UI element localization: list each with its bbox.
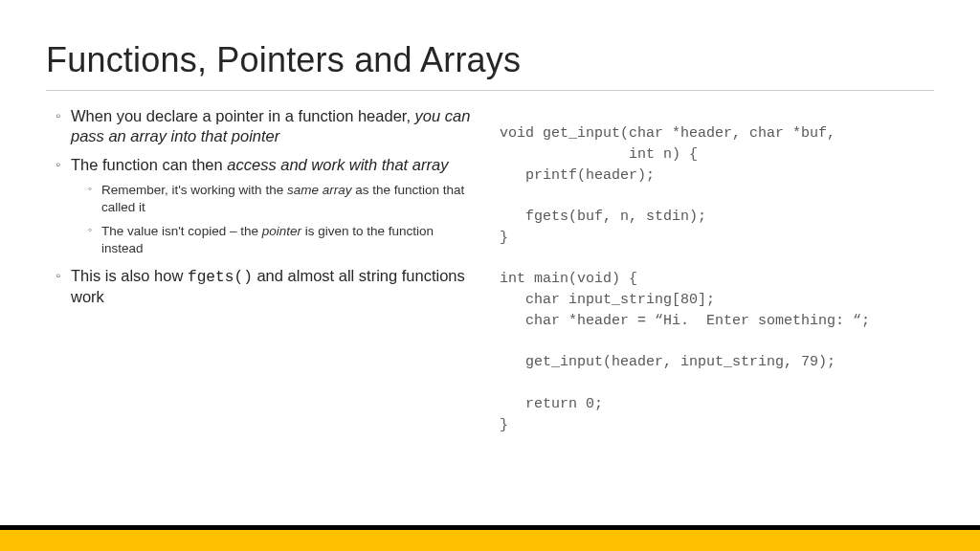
bullet-item: When you declare a pointer in a function… (59, 106, 477, 146)
sub-bullet-list: Remember, it's working with the same arr… (71, 182, 477, 256)
slide: Functions, Pointers and Arrays When you … (0, 0, 980, 435)
bullet-text: Remember, it's working with the (101, 183, 287, 197)
bullet-list: When you declare a pointer in a function… (46, 106, 477, 307)
bullet-emphasis: same array (287, 183, 352, 197)
footer-stripe-yellow (0, 530, 980, 551)
bullet-emphasis: access and work with that array (227, 156, 448, 173)
bullet-column: When you declare a pointer in a function… (46, 106, 477, 435)
bullet-item: The function can then access and work wi… (59, 155, 477, 256)
bullet-text: The function can then (71, 156, 227, 173)
inline-code: fgets() (188, 269, 253, 286)
code-block: void get_input(char *header, char *buf, … (500, 123, 934, 435)
bullet-text: The value isn't copied – the (101, 224, 262, 238)
bullet-item: This is also how fgets() and almost all … (59, 266, 477, 308)
slide-title: Functions, Pointers and Arrays (46, 40, 934, 91)
content-area: When you declare a pointer in a function… (46, 106, 934, 435)
bullet-text: When you declare a pointer in a function… (71, 107, 415, 124)
sub-bullet-item: The value isn't copied – the pointer is … (90, 223, 477, 256)
code-column: void get_input(char *header, char *buf, … (500, 106, 934, 435)
bullet-emphasis: pointer (262, 224, 301, 238)
bullet-text: This is also how (71, 267, 188, 284)
sub-bullet-item: Remember, it's working with the same arr… (90, 182, 477, 215)
slide-footer (0, 525, 980, 551)
